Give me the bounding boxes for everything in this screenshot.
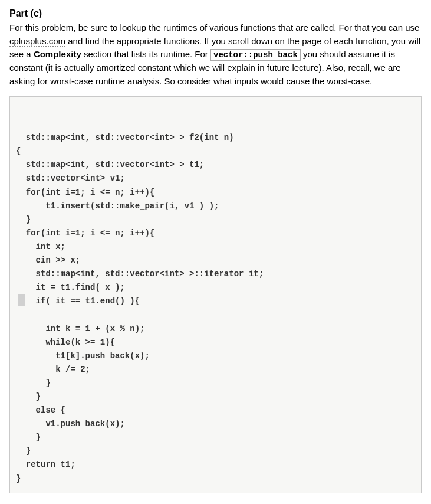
intro-paragraph: For this problem, be sure to lookup the … [9,21,422,88]
complexity-bold: Complexity [34,49,81,59]
intro-text-3: section that lists its runtime. For [81,49,210,59]
part-heading: Part (c) [9,8,422,19]
intro-text-1: For this problem, be sure to lookup the … [9,22,419,32]
code-content: std::map<int, std::vector<int> > f2(int … [16,133,264,483]
code-block: std::map<int, std::vector<int> > f2(int … [9,96,422,493]
text-cursor [18,294,25,306]
cplusplus-link[interactable]: cplusplus.com [9,36,65,47]
inline-code-pushback: vector::push_back [210,49,301,61]
